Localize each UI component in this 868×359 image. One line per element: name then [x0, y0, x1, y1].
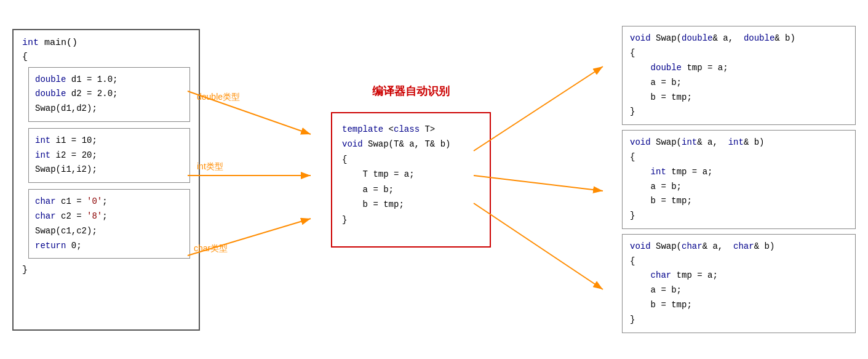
- main-header: int main(): [22, 38, 190, 48]
- rp3-line3: char tmp = a;: [630, 268, 848, 283]
- closing-brace: }: [22, 265, 190, 275]
- right-column: void Swap(double& a, double& b) { double…: [622, 26, 856, 333]
- rp2-line5: b = tmp;: [630, 194, 848, 209]
- code-line: double d2 = 2.0;: [35, 87, 183, 102]
- template-line7: }: [342, 212, 480, 228]
- rp1-line6: }: [630, 105, 848, 119]
- template-line4: T tmp = a;: [342, 167, 480, 182]
- kw-int: int: [22, 38, 39, 48]
- left-panel: int main() { double d1 = 1.0; double d2 …: [12, 29, 200, 331]
- compiler-label: 编译器自动识别: [372, 84, 450, 99]
- rp1-line4: a = b;: [630, 76, 848, 91]
- right-panel-double: void Swap(double& a, double& b) { double…: [622, 26, 856, 125]
- middle-wrapper: 编译器自动识别 template <class T> void Swap(T& …: [325, 112, 497, 248]
- rp3-line5: b = tmp;: [630, 298, 848, 313]
- rp3-line4: a = b;: [630, 283, 848, 298]
- code-line: double d1 = 1.0;: [35, 73, 183, 87]
- code-line: return 0;: [35, 239, 183, 254]
- code-box-double: double d1 = 1.0; double d2 = 2.0; Swap(d…: [28, 67, 190, 122]
- code-line: int i1 = 10;: [35, 134, 183, 148]
- code-line: Swap(d1,d2);: [35, 102, 183, 116]
- code-line: int i2 = 20;: [35, 148, 183, 163]
- code-line: Swap(i1,i2);: [35, 163, 183, 177]
- rp2-line3: int tmp = a;: [630, 165, 848, 180]
- rp3-line6: }: [630, 313, 848, 328]
- template-code: template <class T> void Swap(T& a, T& b)…: [342, 122, 480, 228]
- template-line5: a = b;: [342, 182, 480, 198]
- main-container: int main() { double d1 = 1.0; double d2 …: [0, 0, 868, 359]
- rp3-line2: {: [630, 254, 848, 269]
- code-line: Swap(c1,c2);: [35, 224, 183, 239]
- rp2-line6: }: [630, 209, 848, 224]
- rp3-line1: void Swap(char& a, char& b): [630, 240, 848, 254]
- rp1-line2: {: [630, 46, 848, 61]
- code-line: char c1 = '0';: [35, 195, 183, 209]
- template-line2: void Swap(T& a, T& b): [342, 137, 480, 152]
- template-line1: template <class T>: [342, 122, 480, 137]
- middle-panel: template <class T> void Swap(T& a, T& b)…: [331, 112, 491, 248]
- open-brace: {: [22, 52, 190, 62]
- rp2-line1: void Swap(int& a, int& b): [630, 135, 848, 150]
- template-line6: b = tmp;: [342, 197, 480, 212]
- code-box-int: int i1 = 10; int i2 = 20; Swap(i1,i2);: [28, 128, 190, 183]
- template-line3: {: [342, 152, 480, 167]
- right-panel-char: void Swap(char& a, char& b) { char tmp =…: [622, 234, 856, 333]
- rp1-line3: double tmp = a;: [630, 61, 848, 76]
- rp1-line1: void Swap(double& a, double& b): [630, 31, 848, 46]
- rp2-line4: a = b;: [630, 180, 848, 195]
- rp2-line2: {: [630, 150, 848, 165]
- code-line: char c2 = '8';: [35, 209, 183, 224]
- rp1-line5: b = tmp;: [630, 91, 848, 105]
- right-panel-int: void Swap(int& a, int& b) { int tmp = a;…: [622, 130, 856, 229]
- code-box-char: char c1 = '0'; char c2 = '8'; Swap(c1,c2…: [28, 189, 190, 259]
